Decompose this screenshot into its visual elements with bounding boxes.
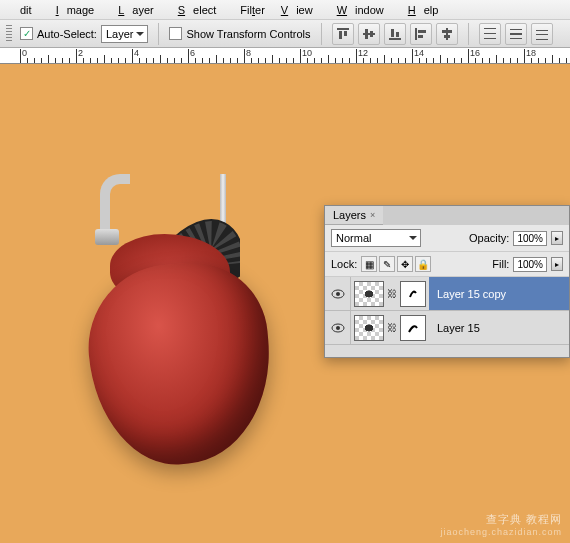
auto-select-label: Auto-Select: xyxy=(37,28,97,40)
svg-rect-2 xyxy=(344,31,347,36)
ruler-tick-label: 14 xyxy=(414,48,424,58)
layer-row[interactable]: ⛓ Layer 15 copy xyxy=(325,277,569,311)
separator xyxy=(321,23,322,45)
menu-layer[interactable]: Layer xyxy=(110,4,170,16)
svg-rect-20 xyxy=(510,38,522,39)
svg-rect-11 xyxy=(418,35,423,38)
ruler-horizontal: // placeholder; ticks drawn below via JS… xyxy=(0,48,570,64)
svg-rect-1 xyxy=(339,31,342,39)
lock-buttons: ▦ ✎ ✥ 🔒 xyxy=(361,256,431,272)
svg-rect-18 xyxy=(510,29,522,30)
svg-rect-9 xyxy=(415,28,417,40)
link-icon[interactable]: ⛓ xyxy=(387,288,397,299)
ruler-tick-label: 12 xyxy=(358,48,368,58)
align-hcenter-button[interactable] xyxy=(436,23,458,45)
menu-view[interactable]: View xyxy=(273,4,329,16)
lock-transparency-icon[interactable]: ▦ xyxy=(361,256,377,272)
fill-label: Fill: xyxy=(492,258,509,270)
watermark: 查字典 教程网 jiaocheng.chazidian.com xyxy=(440,512,562,537)
svg-rect-6 xyxy=(389,38,401,40)
menu-bar: dit Image Layer Select Filter View Windo… xyxy=(0,0,570,20)
menu-help[interactable]: Help xyxy=(400,4,455,16)
layer-thumbnail[interactable] xyxy=(354,315,384,341)
link-icon[interactable]: ⛓ xyxy=(387,322,397,333)
svg-rect-5 xyxy=(370,31,373,37)
close-tab-icon[interactable]: × xyxy=(370,210,375,220)
ruler-tick-label: 18 xyxy=(526,48,536,58)
fill-value[interactable]: 100% xyxy=(513,257,547,272)
svg-rect-23 xyxy=(536,39,548,40)
align-left-button[interactable] xyxy=(410,23,432,45)
ruler-tick-label: 16 xyxy=(470,48,480,58)
layer-name-label[interactable]: Layer 15 xyxy=(429,311,569,344)
drag-handle-icon[interactable] xyxy=(6,25,12,43)
layer-list: ⛓ Layer 15 copy ⛓ Layer 15 xyxy=(325,277,569,357)
menu-edit[interactable]: dit xyxy=(4,4,48,16)
ruler-tick-label: 4 xyxy=(134,48,139,58)
align-bottom-button[interactable] xyxy=(384,23,406,45)
watermark-main: 查字典 教程网 xyxy=(440,512,562,527)
show-transform-checkbox[interactable] xyxy=(169,27,182,40)
lock-position-icon[interactable]: ✥ xyxy=(397,256,413,272)
fill-flyout-icon[interactable]: ▸ xyxy=(551,257,563,271)
heart-body xyxy=(82,257,279,472)
layer-mask-thumbnail[interactable] xyxy=(400,315,426,341)
auto-select-dropdown[interactable]: Layer xyxy=(101,25,149,43)
lock-all-icon[interactable]: 🔒 xyxy=(415,256,431,272)
ruler-tick-label: 2 xyxy=(78,48,83,58)
lock-label: Lock: xyxy=(331,258,357,270)
separator xyxy=(158,23,159,45)
layer-mask-thumbnail[interactable] xyxy=(400,281,426,307)
layers-panel[interactable]: Layers × Normal Opacity: 100% ▸ Lock: ▦ … xyxy=(324,205,570,358)
layer-row[interactable]: ⛓ Layer 15 xyxy=(325,311,569,345)
opacity-value[interactable]: 100% xyxy=(513,231,547,246)
svg-rect-16 xyxy=(484,33,496,34)
align-top-button[interactable] xyxy=(332,23,354,45)
blend-mode-dropdown[interactable]: Normal xyxy=(331,229,421,247)
show-transform-label: Show Transform Controls xyxy=(186,28,310,40)
svg-rect-3 xyxy=(363,33,375,35)
ruler-tick-label: 8 xyxy=(246,48,251,58)
svg-rect-14 xyxy=(444,35,450,38)
opacity-flyout-icon[interactable]: ▸ xyxy=(551,231,563,245)
svg-rect-0 xyxy=(337,28,349,30)
svg-rect-10 xyxy=(418,30,426,33)
visibility-eye-icon[interactable] xyxy=(325,277,351,310)
svg-point-27 xyxy=(336,326,340,330)
layers-spacer xyxy=(325,345,569,357)
menu-filter[interactable]: Filter xyxy=(232,4,272,16)
distribute-top-button[interactable] xyxy=(479,23,501,45)
separator xyxy=(468,23,469,45)
svg-rect-21 xyxy=(536,30,548,31)
layer-thumbnail[interactable] xyxy=(354,281,384,307)
layer-name-label[interactable]: Layer 15 copy xyxy=(429,277,569,310)
layers-tab[interactable]: Layers × xyxy=(325,206,383,225)
lock-pixels-icon[interactable]: ✎ xyxy=(379,256,395,272)
svg-rect-22 xyxy=(536,34,548,35)
lock-fill-row: Lock: ▦ ✎ ✥ 🔒 Fill: 100% ▸ xyxy=(325,252,569,277)
svg-rect-13 xyxy=(442,30,452,33)
ruler-tick-label: 6 xyxy=(190,48,195,58)
svg-rect-15 xyxy=(484,28,496,29)
ruler-tick-label: 0 xyxy=(22,48,27,58)
svg-rect-12 xyxy=(446,28,448,40)
svg-rect-17 xyxy=(484,38,496,39)
blend-opacity-row: Normal Opacity: 100% ▸ xyxy=(325,225,569,252)
align-vcenter-button[interactable] xyxy=(358,23,380,45)
svg-rect-8 xyxy=(396,32,399,37)
distribute-vcenter-button[interactable] xyxy=(505,23,527,45)
heart-illustration xyxy=(70,224,290,464)
auto-select-checkbox[interactable] xyxy=(20,27,33,40)
opacity-label: Opacity: xyxy=(469,232,509,244)
menu-window[interactable]: Window xyxy=(329,4,400,16)
watermark-url: jiaocheng.chazidian.com xyxy=(440,527,562,537)
menu-select[interactable]: Select xyxy=(170,4,233,16)
svg-point-25 xyxy=(336,292,340,296)
ruler-tick-label: 10 xyxy=(302,48,312,58)
svg-rect-4 xyxy=(365,29,368,39)
visibility-eye-icon[interactable] xyxy=(325,311,351,344)
distribute-bottom-button[interactable] xyxy=(531,23,553,45)
svg-rect-19 xyxy=(510,33,522,35)
svg-rect-7 xyxy=(391,29,394,37)
menu-image[interactable]: Image xyxy=(48,4,111,16)
